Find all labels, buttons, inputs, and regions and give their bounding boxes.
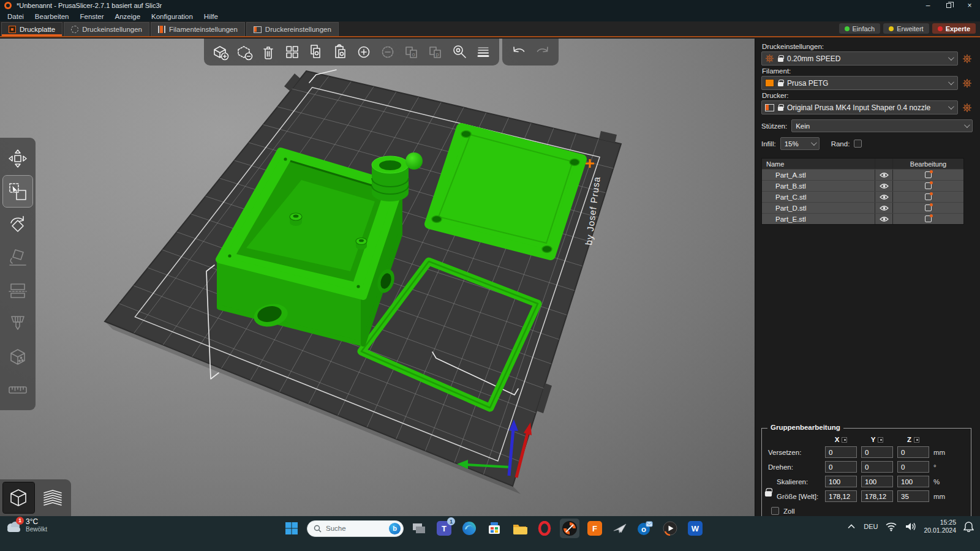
rotate-x-field[interactable] [825, 461, 857, 473]
table-row[interactable]: Part_D.stl [762, 202, 963, 213]
viewport-3d-canvas[interactable]: by Josef Prusa [0, 39, 755, 516]
translate-z-field[interactable] [897, 446, 929, 458]
eye-icon[interactable] [875, 181, 893, 191]
inches-checkbox[interactable] [771, 507, 779, 515]
brim-checkbox[interactable] [854, 140, 862, 148]
mode-erweitert[interactable]: Erweitert [883, 23, 929, 34]
edit-settings-icon[interactable] [925, 216, 932, 222]
uniform-scale-lock-icon[interactable] [765, 491, 772, 497]
copy-button[interactable] [304, 42, 328, 62]
size-z-field[interactable] [897, 490, 929, 502]
taskbar-app-desktop[interactable] [409, 519, 429, 538]
seam-paint-tool-button[interactable] [3, 341, 32, 372]
model-cylinder[interactable] [372, 156, 409, 201]
translate-x-field[interactable] [825, 446, 857, 458]
scale-z-field[interactable] [897, 476, 929, 487]
taskbar-app-media-player[interactable] [660, 519, 680, 538]
mode-experte[interactable]: Experte [932, 23, 976, 34]
print-settings-combo[interactable]: 0.20mm SPEED [761, 51, 958, 66]
size-x-field[interactable] [825, 490, 857, 502]
variable-layer-height-button[interactable] [471, 42, 495, 62]
start-button[interactable] [282, 519, 301, 538]
scale-y-field[interactable] [861, 476, 893, 487]
taskbar-app-edge[interactable] [459, 519, 479, 538]
printer-combo[interactable]: Original Prusa MK4 Input Shaper 0.4 nozz… [761, 100, 958, 114]
table-row[interactable]: Part_A.stl [762, 169, 963, 180]
edit-settings-icon[interactable] [925, 193, 932, 200]
cut-tool-button[interactable] [3, 275, 32, 306]
taskbar-app-prusaslicer[interactable] [560, 519, 579, 538]
weather-widget[interactable]: 1 3°C Bewölkt [5, 518, 47, 533]
preview-view-button[interactable] [37, 482, 69, 513]
viewport-3d[interactable]: by Josef Prusa [0, 39, 755, 516]
split-to-objects-button[interactable]: o [399, 42, 423, 62]
eye-icon[interactable] [875, 170, 893, 180]
supports-combo[interactable]: Kein [791, 119, 973, 132]
print-settings-gear-button[interactable] [962, 53, 973, 64]
close-button[interactable]: × [959, 0, 980, 11]
infill-combo[interactable]: 15% [780, 137, 820, 150]
tab-druckplatte[interactable]: Druckplatte [1, 22, 62, 36]
scale-x-field[interactable] [825, 476, 857, 487]
taskbar-app-f[interactable]: F [585, 519, 605, 538]
move-tool-button[interactable] [3, 143, 32, 174]
taskbar-app-outlook[interactable]: o [635, 519, 655, 538]
rotate-y-field[interactable] [861, 461, 893, 473]
remove-instance-button[interactable] [375, 42, 399, 62]
arrange-button[interactable] [280, 42, 304, 62]
menu-fenster[interactable]: Fenster [74, 11, 109, 21]
paste-button[interactable] [328, 42, 352, 62]
eye-icon[interactable] [875, 214, 893, 224]
taskbar-search-input[interactable]: Suche b [307, 520, 404, 537]
axis-settings-icon[interactable] [842, 437, 847, 443]
rotate-tool-button[interactable] [3, 209, 32, 240]
add-object-button[interactable] [208, 42, 232, 62]
keyboard-language[interactable]: DEU [864, 523, 878, 530]
search-button[interactable] [447, 42, 471, 62]
edit-settings-icon[interactable] [925, 204, 932, 211]
place-on-face-tool-button[interactable] [3, 242, 32, 273]
translate-y-field[interactable] [861, 446, 893, 458]
taskbar-app-store[interactable] [484, 519, 504, 538]
eye-icon[interactable] [875, 203, 893, 213]
taskbar-app-plane[interactable] [610, 519, 630, 538]
minimize-button[interactable]: – [918, 0, 938, 11]
add-instance-button[interactable] [352, 42, 375, 62]
rotate-z-field[interactable] [897, 461, 929, 473]
table-row[interactable]: Part_C.stl [762, 191, 963, 202]
eye-icon[interactable] [875, 192, 893, 202]
redo-button[interactable] [530, 42, 554, 62]
tab-druckeinstellungen[interactable]: Druckeinstellungen [64, 22, 149, 36]
volume-icon[interactable] [905, 522, 916, 531]
axis-settings-icon[interactable] [878, 437, 883, 443]
size-y-field[interactable] [861, 490, 893, 502]
filament-gear-button[interactable] [962, 78, 973, 89]
edit-settings-icon[interactable] [925, 182, 932, 189]
axis-settings-icon[interactable] [914, 437, 919, 443]
delete-object-button[interactable] [232, 42, 256, 62]
mode-einfach[interactable]: Einfach [839, 23, 881, 34]
table-row[interactable]: Part_E.stl [762, 213, 963, 224]
clock-widget[interactable]: 15:25 20.01.2024 [924, 519, 956, 534]
taskbar-app-explorer[interactable] [510, 519, 529, 538]
editor-view-button[interactable] [3, 482, 34, 513]
menu-bearbeiten[interactable]: Bearbeiten [29, 11, 75, 21]
taskbar-app-opera[interactable] [535, 519, 554, 538]
notification-bell-icon[interactable] [963, 521, 974, 532]
restore-button[interactable] [938, 0, 959, 11]
model-sphere[interactable] [405, 152, 423, 170]
tab-druckereinstellungen[interactable]: Druckereinstellungen [246, 22, 339, 36]
scale-tool-button[interactable] [3, 176, 32, 207]
hidden-icons-chevron[interactable] [846, 523, 856, 530]
wifi-icon[interactable] [885, 521, 897, 531]
taskbar-app-teams[interactable]: T 1 [434, 519, 454, 538]
filament-combo[interactable]: Prusa PETG [761, 76, 958, 90]
measure-tool-button[interactable] [3, 374, 32, 405]
menu-anzeige[interactable]: Anzeige [109, 11, 146, 21]
delete-all-button[interactable] [256, 42, 280, 62]
taskbar-app-word[interactable]: W [685, 519, 705, 538]
undo-button[interactable] [507, 42, 530, 62]
menu-konfiguration[interactable]: Konfiguration [146, 11, 198, 21]
paint-support-tool-button[interactable] [3, 308, 32, 339]
table-row[interactable]: Part_B.stl [762, 180, 963, 191]
